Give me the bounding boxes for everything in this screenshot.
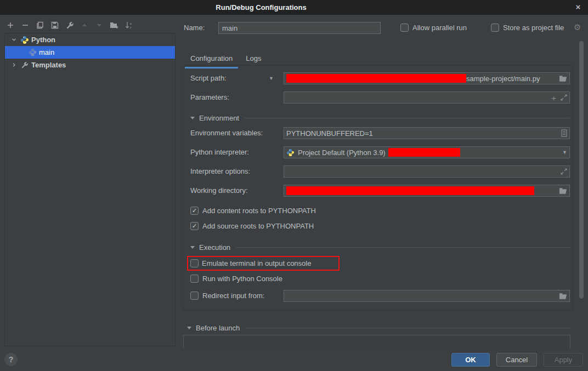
add-source-roots-checkbox[interactable]: ✓ [190,222,199,230]
add-macro-icon[interactable]: + [551,93,556,102]
working-dir-field[interactable] [284,185,570,197]
redirect-input-label: Redirect input from: [202,292,264,300]
interpreter-label: Python interpreter: [190,146,249,158]
tree-item-python[interactable]: Python [5,33,175,46]
execution-section-header[interactable]: Execution [190,242,570,252]
vertical-scrollbar[interactable] [579,41,584,299]
env-vars-value: PYTHONUNBUFFERED=1 [286,129,373,138]
help-button[interactable]: ? [4,353,18,366]
save-icon[interactable] [50,20,60,31]
chevron-right-icon[interactable] [9,62,18,67]
store-as-project-file-label: Store as project file [503,22,564,34]
add-content-roots-label: Add content roots to PYTHONPATH [202,207,316,215]
script-path-label: Script path: [190,72,227,84]
interpreter-combobox[interactable]: Project Default (Python 3.9) ▼ [284,146,570,158]
move-up-icon[interactable] [80,20,89,31]
env-vars-label: Environment variables: [190,127,263,139]
redaction-block [286,74,466,83]
configurations-toolbar: az [5,20,134,31]
execution-section-title: Execution [199,243,230,252]
interpreter-options-field[interactable] [284,165,570,178]
sort-alphabetically-icon[interactable]: az [124,20,134,31]
section-divider [245,328,570,328]
tree-item-label: main [39,48,54,56]
add-icon[interactable] [5,20,15,31]
section-collapse-icon[interactable] [190,246,195,249]
gear-icon[interactable]: ⚙ [574,22,581,32]
emulate-terminal-checkbox[interactable] [190,259,199,267]
env-vars-field[interactable]: PYTHONUNBUFFERED=1 [284,127,570,139]
python-config-icon [28,48,37,56]
script-path-field[interactable]: sample-project/main.py [284,72,570,84]
redaction-block [388,148,460,157]
tree-item-main[interactable]: main [5,46,175,59]
before-launch-task-list[interactable] [183,335,570,349]
tree-item-label: Python [31,36,55,44]
svg-text:a: a [129,22,132,25]
redirect-input-checkbox[interactable] [190,292,199,300]
allow-parallel-run-checkbox[interactable] [400,24,409,32]
tree-item-label: Templates [31,61,66,69]
section-divider [236,247,570,248]
ok-button[interactable]: OK [451,353,490,367]
section-divider [245,118,570,118]
cancel-button[interactable]: Cancel [496,353,537,367]
store-as-project-file-checkbox[interactable] [491,24,499,32]
environment-section-title: Environment [199,114,239,122]
parameters-field[interactable]: + [284,92,570,104]
add-source-roots-label: Add source roots to PYTHONPATH [202,222,314,231]
apply-button[interactable]: Apply [544,353,583,367]
script-path-dropdown-icon[interactable]: ▼ [269,76,274,81]
parameters-label: Parameters: [190,92,229,104]
copy-icon[interactable] [35,20,45,31]
before-launch-section-title: Before launch [196,324,240,332]
edit-templates-wrench-icon[interactable] [65,20,75,31]
chevron-down-icon[interactable] [9,37,18,42]
folder-icon[interactable] [559,75,567,82]
name-input[interactable] [218,22,381,34]
interpreter-options-label: Interpreter options: [190,165,250,178]
environment-section-header[interactable]: Environment [190,113,570,123]
emulate-terminal-label: Emulate terminal in output console [202,259,311,267]
expand-field-icon[interactable] [561,94,567,101]
new-folder-icon[interactable] [109,20,119,31]
expand-field-icon[interactable] [561,168,567,175]
run-python-console-checkbox[interactable] [190,275,199,283]
redaction-block [286,186,534,195]
run-python-console-label: Run with Python Console [202,275,282,283]
configurations-tree: Python main Templates [4,33,176,346]
svg-text:z: z [129,26,131,29]
emulate-terminal-highlight: Emulate terminal in output console [187,256,340,271]
templates-wrench-icon [20,61,29,69]
python-logo-icon [20,36,29,44]
interpreter-value: Project Default (Python 3.9) [298,149,386,157]
tree-item-templates[interactable]: Templates [5,59,175,71]
browse-variables-icon[interactable] [561,129,567,137]
add-content-roots-checkbox[interactable]: ✓ [190,207,199,215]
close-icon[interactable]: × [573,2,584,13]
move-down-icon[interactable] [94,20,104,31]
python-logo-icon [286,149,295,157]
dialog-title: Run/Debug Configurations [216,3,306,12]
folder-icon[interactable] [559,293,567,300]
dialog-title-bar: Run/Debug Configurations × [0,0,588,15]
script-path-value: sample-project/main.py [466,75,540,83]
remove-icon[interactable] [20,20,30,31]
redirect-input-field[interactable] [284,290,570,302]
name-label: Name: [184,22,205,34]
allow-parallel-run-label: Allow parallel run [412,22,467,34]
working-dir-label: Working directory: [190,185,248,197]
section-collapse-icon[interactable] [190,117,195,119]
before-launch-section-header[interactable]: Before launch [187,323,570,333]
chevron-down-icon[interactable]: ▼ [562,150,567,155]
section-collapse-icon[interactable] [187,327,191,329]
folder-icon[interactable] [559,187,567,195]
